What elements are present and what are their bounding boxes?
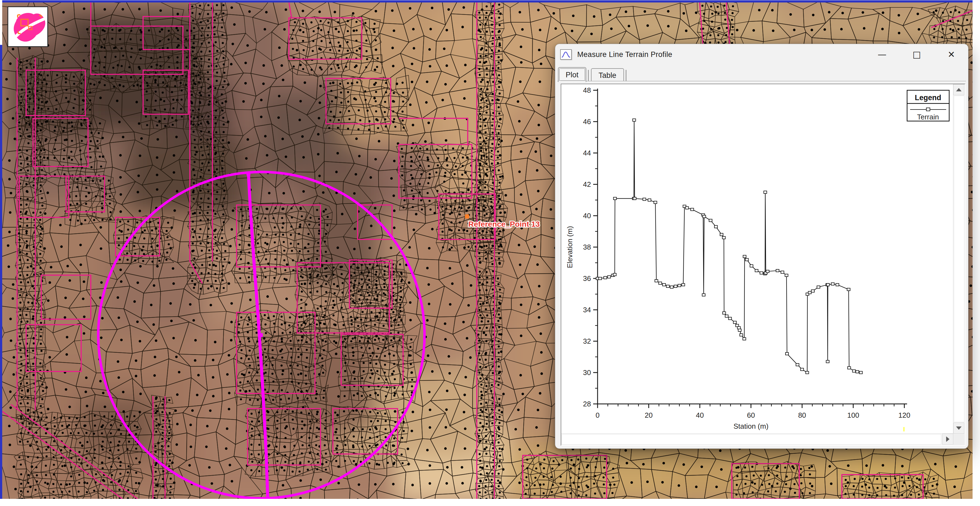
terrain-profile-chart[interactable]: 2830323436384042444648020406080100120Sta… bbox=[561, 84, 953, 434]
close-icon: ✕ bbox=[948, 49, 955, 60]
vertical-scrollbar[interactable] bbox=[953, 84, 965, 434]
tab-plot[interactable]: Plot bbox=[558, 67, 586, 82]
svg-text:42: 42 bbox=[583, 180, 591, 188]
scroll-up-button[interactable] bbox=[953, 84, 964, 95]
svg-text:44: 44 bbox=[583, 149, 591, 157]
arrow-up-icon bbox=[956, 88, 962, 91]
measure-line-start-handle bbox=[247, 172, 250, 175]
chart-area[interactable]: 2830323436384042444648020406080100120Sta… bbox=[561, 84, 953, 434]
svg-text:Legend: Legend bbox=[915, 94, 941, 102]
svg-text:46: 46 bbox=[583, 118, 591, 126]
svg-text:Elevation (m): Elevation (m) bbox=[566, 226, 574, 268]
svg-text:120: 120 bbox=[898, 411, 910, 419]
tab-plot-label: Plot bbox=[566, 71, 579, 79]
arrow-down-icon bbox=[956, 426, 962, 430]
svg-text:100: 100 bbox=[847, 411, 859, 419]
svg-text:Terrain: Terrain bbox=[917, 113, 939, 121]
svg-text:80: 80 bbox=[798, 411, 806, 419]
screenshot-root: Reference_Point 13 Measure Line Terrain … bbox=[0, 0, 980, 506]
svg-text:48: 48 bbox=[583, 86, 591, 94]
reference-point-label: Reference_Point 13 bbox=[468, 220, 540, 228]
svg-text:60: 60 bbox=[747, 411, 755, 419]
measure-line-terrain-profile-dialog: Measure Line Terrain Profile — □ ✕ Plot … bbox=[555, 44, 969, 449]
dialog-titlebar[interactable]: Measure Line Terrain Profile — □ ✕ bbox=[555, 44, 968, 65]
vertical-scroll-thumb[interactable] bbox=[954, 96, 964, 422]
scroll-right-button[interactable] bbox=[942, 434, 953, 445]
svg-text:40: 40 bbox=[696, 411, 704, 419]
tab-table[interactable]: Table bbox=[591, 68, 624, 82]
locator-blob-svg bbox=[8, 7, 47, 46]
horizontal-scroll-thumb[interactable] bbox=[562, 434, 941, 445]
minimize-icon: — bbox=[878, 49, 886, 60]
scrollbar-corner bbox=[953, 434, 965, 445]
reference-point-dot bbox=[465, 214, 469, 218]
maximize-button[interactable]: □ bbox=[907, 46, 926, 62]
minimize-button[interactable]: — bbox=[872, 46, 892, 62]
plot-tab-page: 2830323436384042444648020406080100120Sta… bbox=[557, 81, 966, 446]
svg-text:20: 20 bbox=[644, 411, 652, 419]
measure-line-mid-handle bbox=[259, 333, 263, 337]
profile-curve-icon bbox=[560, 49, 572, 60]
maximize-icon: □ bbox=[913, 49, 921, 60]
svg-text:40: 40 bbox=[583, 212, 591, 220]
plot-panel: 2830323436384042444648020406080100120Sta… bbox=[561, 84, 966, 446]
svg-text:34: 34 bbox=[583, 306, 591, 314]
svg-text:28: 28 bbox=[583, 400, 591, 408]
svg-text:30: 30 bbox=[583, 368, 591, 377]
svg-text:38: 38 bbox=[583, 243, 591, 251]
locator-overview-map bbox=[8, 6, 48, 47]
tab-table-label: Table bbox=[599, 71, 617, 80]
svg-text:32: 32 bbox=[583, 337, 591, 345]
svg-text:0: 0 bbox=[596, 411, 600, 419]
svg-text:36: 36 bbox=[583, 274, 591, 283]
tab-separator bbox=[626, 70, 627, 81]
window-frame-left-border bbox=[0, 45, 2, 499]
scroll-down-button[interactable] bbox=[953, 423, 964, 434]
arrow-right-icon bbox=[946, 436, 950, 442]
horizontal-scrollbar[interactable] bbox=[561, 433, 953, 445]
tab-strip: Plot Table bbox=[558, 67, 966, 82]
tab-separator bbox=[588, 70, 589, 81]
svg-text:Station (m): Station (m) bbox=[733, 422, 768, 430]
dialog-title: Measure Line Terrain Profile bbox=[577, 50, 672, 59]
window-frame-top-border bbox=[2, 0, 972, 3]
close-button[interactable]: ✕ bbox=[942, 46, 961, 62]
